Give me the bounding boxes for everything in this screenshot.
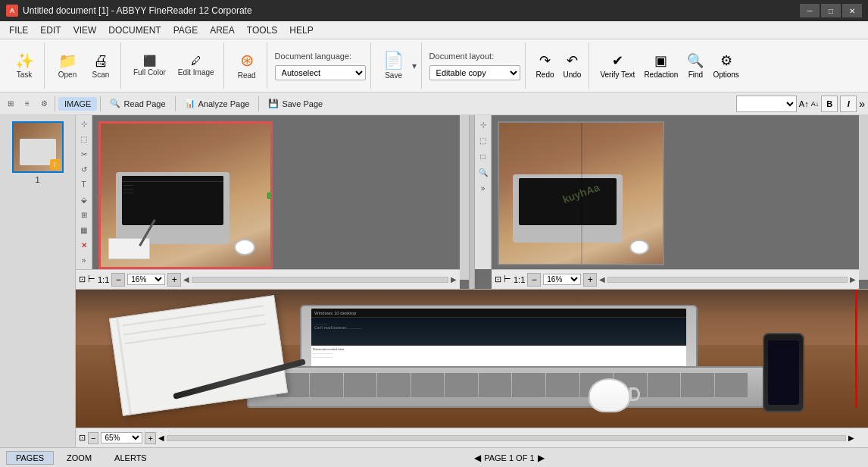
scroll-right-button[interactable]: ▶ [451, 275, 457, 284]
fit-page-button[interactable]: ⊡ [79, 274, 86, 284]
text-zoom-out-button[interactable]: − [527, 273, 541, 287]
page-thumbnail-1[interactable]: ! 1 [0, 115, 75, 190]
text-fit-page-button[interactable]: ⊡ [495, 274, 501, 284]
bottom-scroll-left[interactable]: ◀ [158, 434, 164, 442]
menu-help[interactable]: HELP [283, 24, 319, 37]
rotate-tool-button[interactable]: ↺ [76, 162, 92, 177]
pages-tab[interactable]: PAGES [6, 451, 54, 465]
scan-button[interactable]: 🖨 Scan [86, 51, 116, 81]
bottom-h-scrollbar[interactable] [167, 435, 846, 441]
text-area-tool[interactable]: T [76, 177, 92, 192]
text-scroll-left[interactable]: ◀ [599, 275, 605, 284]
read-button[interactable]: ⊛ Read [232, 50, 262, 82]
main-toolbar: ✨ Task 📁 Open 🖨 Scan ⬛ Full Color 🖊 Edit… [0, 39, 868, 92]
text-scroll-right[interactable]: ▶ [850, 275, 856, 284]
image-pane-vscroll[interactable] [460, 115, 469, 280]
text-pane: ⊹ ⬚ □ 🔍 » [475, 115, 868, 289]
font-family-select[interactable] [736, 96, 797, 112]
language-select[interactable]: Autoselect [275, 65, 366, 80]
text-view-button[interactable]: □ [476, 149, 491, 164]
zoom-out-button[interactable]: − [111, 273, 125, 287]
menu-page[interactable]: PAGE [167, 24, 204, 37]
zoom-select-text[interactable]: 16% [543, 274, 581, 285]
table-area-tool[interactable]: ⊞ [76, 208, 92, 222]
read-page-button[interactable]: 🔍 Read Page [104, 96, 171, 111]
full-color-button[interactable]: ⬛ Full Color [129, 53, 170, 79]
menu-edit[interactable]: EDIT [34, 24, 67, 37]
text-zoom-100-button[interactable]: 1:1 [514, 275, 525, 284]
redaction-button[interactable]: ▣ Redaction [641, 51, 681, 80]
layout-select[interactable]: Editable copy [429, 65, 520, 80]
image-tab[interactable]: IMAGE [58, 97, 97, 111]
next-page-button[interactable]: ▶ [538, 453, 545, 463]
scroll-left-button[interactable]: ◀ [183, 275, 189, 284]
fit-width-button[interactable]: ⊢ [88, 274, 95, 284]
verify-text-button[interactable]: ✔ Verify Text [597, 51, 638, 80]
bottom-zoom-plus[interactable]: + [145, 432, 155, 444]
barcode-tool[interactable]: ▦ [76, 223, 92, 237]
bottom-zoom-select[interactable]: 65% [101, 432, 142, 443]
menu-area[interactable]: AREA [204, 24, 241, 37]
more-format-icon[interactable]: » [859, 98, 865, 110]
view-list-button[interactable]: ≡ [20, 96, 35, 111]
image-area-tool[interactable]: ⬙ [76, 193, 92, 207]
toolbar-group-language: Document language: Autoselect [270, 42, 371, 89]
task-button[interactable]: ✨ Task [9, 51, 39, 81]
text-zoom-button[interactable]: ⬚ [476, 133, 491, 148]
analyze-page-button[interactable]: 📊 Analyze Page [179, 96, 256, 111]
text-h-scrollbar[interactable] [607, 277, 848, 283]
text-search-button[interactable]: 🔍 [476, 165, 491, 180]
text-select-button[interactable]: ⊹ [476, 117, 491, 132]
save-page-button[interactable]: 💾 Save Page [262, 96, 329, 111]
menu-document[interactable]: DOCUMENT [102, 24, 167, 37]
text-zoom-in-button[interactable]: + [583, 273, 597, 287]
page-info: PAGE 1 OF 1 [484, 453, 534, 462]
verify-text-icon: ✔ [612, 52, 623, 69]
toolbar-group-save: 📄 Save ▾ [374, 42, 422, 89]
zoom-select-image[interactable]: 16% [127, 274, 165, 285]
menu-tools[interactable]: TOOLS [241, 24, 283, 37]
delete-area-tool[interactable]: ✕ [76, 238, 92, 252]
find-button[interactable]: 🔍 Find [684, 51, 707, 80]
options-button[interactable]: ⚙ Options [710, 51, 742, 80]
key [411, 373, 445, 396]
minimize-button[interactable]: ─ [800, 4, 820, 17]
more-tools-button[interactable]: » [76, 253, 92, 268]
alerts-tab[interactable]: ALERTS [105, 451, 157, 465]
bottom-zoom-minus[interactable]: − [88, 432, 98, 444]
text-document-image: kuyhAa [498, 121, 664, 265]
save-button[interactable]: 📄 Save [379, 50, 409, 82]
menu-file[interactable]: FILE [3, 24, 34, 37]
zoom-100-button[interactable]: 1:1 [98, 275, 109, 284]
zoom-tab[interactable]: ZOOM [57, 451, 101, 465]
bottom-scroll-right[interactable]: ▶ [848, 434, 854, 442]
text-fit-width-button[interactable]: ⊢ [504, 274, 511, 284]
close-button[interactable]: ✕ [842, 4, 862, 17]
save-page-icon: 💾 [268, 99, 279, 108]
maximize-button[interactable]: □ [821, 4, 841, 17]
crop-tool-button[interactable]: ✂ [76, 147, 92, 161]
italic-button[interactable]: I [840, 96, 857, 112]
h-scrollbar[interactable] [192, 277, 448, 283]
zoom-tool-button[interactable]: ⬚ [76, 132, 92, 146]
toolbar-group-tools: ✔ Verify Text ▣ Redaction 🔍 Find ⚙ Optio… [592, 42, 746, 89]
view-grid-button[interactable]: ⊞ [3, 96, 18, 111]
open-button[interactable]: 📁 Open [52, 51, 83, 81]
view-settings-button[interactable]: ⚙ [36, 96, 52, 111]
bottom-image-fit[interactable]: ⊡ [79, 433, 86, 443]
pane-splitter[interactable] [469, 115, 475, 289]
menu-view[interactable]: VIEW [67, 24, 103, 37]
selection-handle[interactable] [267, 193, 273, 199]
save-dropdown-arrow[interactable]: ▾ [412, 61, 417, 71]
save-label: Save [385, 71, 402, 80]
edit-image-button[interactable]: 🖊 Edit Image [173, 53, 219, 79]
text-pane-vscroll[interactable] [859, 115, 868, 280]
undo-button[interactable]: ↶ Undo [560, 51, 585, 80]
text-more-button[interactable]: » [476, 180, 491, 196]
prev-page-button[interactable]: ◀ [474, 453, 481, 463]
zoom-in-button[interactable]: + [167, 273, 181, 287]
redo-button[interactable]: ↷ Redo [533, 51, 557, 80]
key [681, 373, 714, 396]
select-tool-button[interactable]: ⊹ [76, 117, 92, 131]
bold-button[interactable]: B [821, 96, 838, 112]
